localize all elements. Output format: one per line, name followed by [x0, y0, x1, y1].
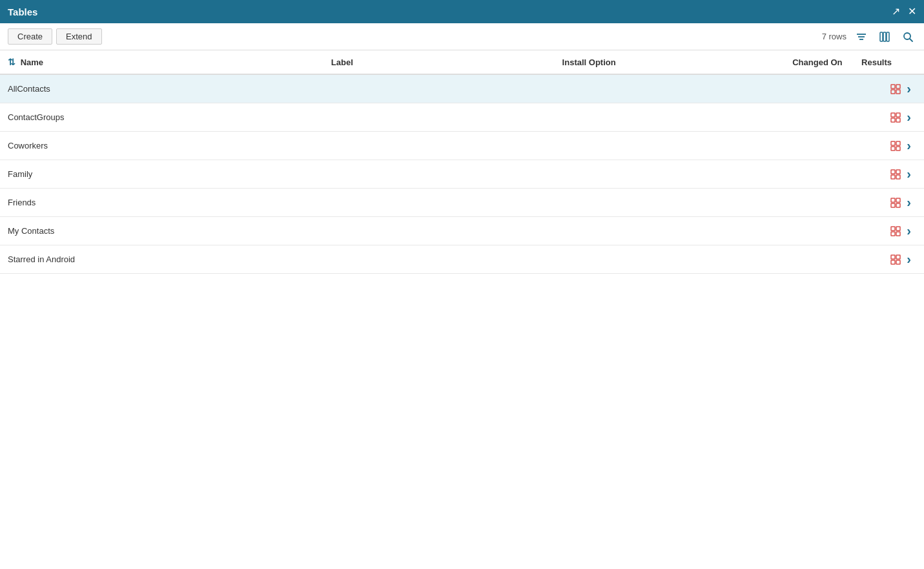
grid-icon[interactable]: [890, 112, 901, 123]
svg-rect-32: [891, 255, 895, 259]
cell-label: [323, 245, 555, 274]
grid-icon[interactable]: [890, 254, 901, 265]
cell-changed-on: [739, 132, 850, 160]
grid-icon[interactable]: [890, 225, 901, 237]
tables-table: ⇅ Name Label Install Option Changed On R…: [0, 50, 924, 274]
col-header-label: Label: [323, 50, 555, 74]
table-container: ⇅ Name Label Install Option Changed On R…: [0, 50, 924, 569]
window-title: Tables: [8, 6, 37, 17]
cell-name: Friends: [0, 189, 323, 217]
cell-label: [323, 217, 555, 245]
svg-rect-29: [896, 227, 900, 231]
grid-icon[interactable]: [890, 83, 901, 95]
chevron-right-icon[interactable]: ›: [907, 195, 911, 210]
svg-rect-11: [896, 90, 900, 94]
table-row[interactable]: Coworkers ›: [0, 132, 924, 160]
svg-rect-28: [891, 227, 895, 231]
table-row[interactable]: Friends ›: [0, 189, 924, 217]
row-actions: ›: [858, 167, 917, 181]
search-button[interactable]: [899, 30, 916, 44]
svg-rect-16: [891, 141, 895, 145]
cell-changed-on: [739, 103, 850, 132]
extend-button[interactable]: Extend: [56, 28, 101, 45]
columns-icon: [879, 31, 890, 43]
close-icon[interactable]: ✕: [908, 6, 916, 17]
table-row[interactable]: ContactGroups ›: [0, 103, 924, 132]
svg-rect-21: [896, 170, 900, 174]
row-actions: ›: [858, 138, 917, 153]
svg-rect-27: [896, 203, 900, 207]
cell-label: [323, 132, 555, 160]
cell-name: ContactGroups: [0, 103, 323, 132]
header-row: ⇅ Name Label Install Option Changed On R…: [0, 50, 924, 74]
svg-rect-10: [891, 90, 895, 94]
columns-button[interactable]: [876, 30, 893, 44]
row-actions: ›: [858, 195, 917, 210]
cell-name: AllContacts: [0, 74, 323, 103]
table-body: AllContacts ›ContactGroups ›Coworkers ›F…: [0, 74, 924, 274]
title-bar: Tables ↗ ✕: [0, 0, 924, 23]
toolbar-right: 7 rows: [822, 30, 916, 44]
col-header-changed: Changed On: [739, 50, 850, 74]
table-row[interactable]: AllContacts ›: [0, 74, 924, 103]
svg-rect-34: [891, 260, 895, 264]
cell-label: [323, 74, 555, 103]
cell-results: ›: [850, 132, 925, 160]
svg-rect-25: [896, 198, 900, 202]
svg-rect-12: [891, 113, 895, 117]
tables-window: Tables ↗ ✕ Create Extend 7 rows: [0, 0, 924, 569]
grid-icon[interactable]: [890, 197, 901, 209]
svg-rect-31: [896, 232, 900, 236]
cell-results: ›: [850, 245, 925, 274]
svg-rect-4: [883, 32, 886, 41]
row-actions: ›: [858, 110, 917, 125]
row-actions: ›: [858, 223, 917, 238]
title-bar-controls: ↗ ✕: [892, 6, 916, 17]
svg-rect-3: [880, 32, 883, 41]
svg-line-7: [910, 39, 912, 41]
svg-rect-8: [891, 85, 895, 88]
cell-changed-on: [739, 160, 850, 189]
cell-changed-on: [739, 245, 850, 274]
grid-icon[interactable]: [890, 140, 901, 152]
svg-rect-26: [891, 203, 895, 207]
cell-install-option: [555, 103, 739, 132]
row-actions: ›: [858, 81, 917, 96]
cell-install-option: [555, 132, 739, 160]
table-row[interactable]: My Contacts ›: [0, 217, 924, 245]
svg-rect-20: [891, 170, 895, 174]
cell-name: Family: [0, 160, 323, 189]
search-icon: [902, 31, 914, 43]
svg-rect-35: [896, 260, 900, 264]
create-button[interactable]: Create: [8, 28, 52, 45]
cell-install-option: [555, 245, 739, 274]
cell-changed-on: [739, 74, 850, 103]
cell-changed-on: [739, 189, 850, 217]
cell-label: [323, 189, 555, 217]
expand-icon[interactable]: ↗: [892, 6, 900, 17]
row-actions: ›: [858, 252, 917, 267]
cell-changed-on: [739, 217, 850, 245]
svg-rect-22: [891, 175, 895, 179]
svg-rect-14: [891, 118, 895, 122]
svg-rect-19: [896, 147, 900, 150]
cell-results: ›: [850, 160, 925, 189]
cell-results: ›: [850, 103, 925, 132]
table-row[interactable]: Family ›: [0, 160, 924, 189]
chevron-right-icon[interactable]: ›: [907, 167, 911, 181]
toolbar: Create Extend 7 rows: [0, 23, 924, 50]
chevron-right-icon[interactable]: ›: [907, 110, 911, 125]
cell-label: [323, 103, 555, 132]
table-row[interactable]: Starred in Android ›: [0, 245, 924, 274]
cell-name: Coworkers: [0, 132, 323, 160]
sort-icon: ⇅: [8, 57, 15, 67]
chevron-right-icon[interactable]: ›: [907, 81, 911, 96]
chevron-right-icon[interactable]: ›: [907, 252, 911, 267]
chevron-right-icon[interactable]: ›: [907, 138, 911, 153]
cell-results: ›: [850, 217, 925, 245]
filter-button[interactable]: [853, 30, 870, 44]
cell-install-option: [555, 217, 739, 245]
chevron-right-icon[interactable]: ›: [907, 223, 911, 238]
grid-icon[interactable]: [890, 169, 901, 180]
cell-results: ›: [850, 189, 925, 217]
